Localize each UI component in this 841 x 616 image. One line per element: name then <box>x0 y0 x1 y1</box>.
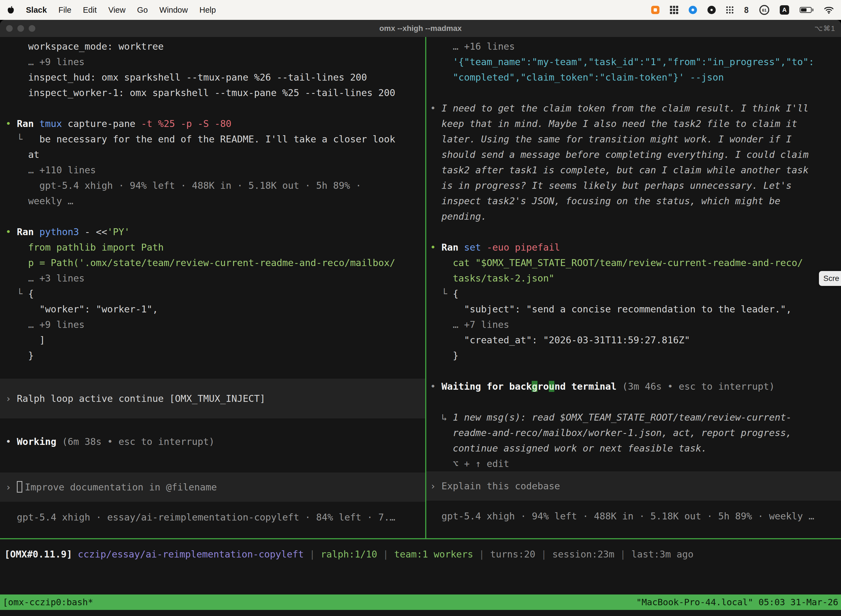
left-pane[interactable]: workspace_mode: worktree … +9 lines insp… <box>0 37 425 538</box>
terminal-line: cat "$OMX_TEAM_STATE_ROOT/team/review-cu… <box>430 255 841 270</box>
gripper-icon[interactable]: 8 <box>744 3 749 16</box>
terminal-text: Ran <box>17 226 40 238</box>
terminal-text: … +7 lines <box>430 319 509 330</box>
terminal-text: ] <box>6 334 45 346</box>
menu-bar-left: Slack File Edit View Go Window Help <box>7 3 216 16</box>
terminal-text: "subject": "send a concise recommendatio… <box>430 304 792 315</box>
terminal-text: Ran <box>441 242 464 253</box>
terminal-line: └ { <box>6 286 425 301</box>
terminal-line: ⌥ + ↑ edit <box>430 456 841 471</box>
close-button[interactable] <box>6 25 13 32</box>
terminal-text: [OMX#0.11.9] <box>4 549 78 560</box>
menu-item-help[interactable]: Help <box>199 6 216 15</box>
menu-item-edit[interactable]: Edit <box>83 6 97 15</box>
composer-input[interactable]: › Improve documentation in @filename <box>0 472 425 502</box>
terminal-text: inspect_hud: omx sparkshell --tmux-pane … <box>6 72 367 83</box>
terminal-text: └ <box>6 133 40 145</box>
pane-bottom-border <box>0 538 841 539</box>
terminal-line: inspect_hud: omx sparkshell --tmux-pane … <box>6 70 425 85</box>
terminal-line: inspect task2's JSON, focusing on the st… <box>430 193 841 209</box>
dots-grid-icon[interactable] <box>726 3 733 16</box>
apple-menu-icon[interactable] <box>7 3 14 16</box>
terminal-text: • <box>430 381 441 392</box>
terminal-text: ralph:1/10 <box>321 549 377 560</box>
terminal-line: inspect_worker-1: omx sparkshell --tmux-… <box>6 85 425 100</box>
dark-circle-icon[interactable] <box>708 3 716 16</box>
terminal-line: ↳ 1 new msg(s): read $OMX_TEAM_STATE_ROO… <box>430 409 841 425</box>
battery-icon[interactable] <box>800 3 813 16</box>
terminal-line: gpt-5.4 xhigh · essay/ai-reimplementatio… <box>6 509 425 525</box>
menu-item-file[interactable]: File <box>59 6 72 15</box>
terminal-text: gpt-5.4 xhigh · essay/ai-reimplementatio… <box>6 512 395 523</box>
terminal-text: nd terminal <box>554 381 617 392</box>
terminal-text: (3m 46s • esc to interrupt) <box>617 381 775 392</box>
terminal-line: continue assigned work or next feasible … <box>430 440 841 456</box>
terminal-text: Improve documentation in @filename <box>25 482 217 493</box>
minimize-button[interactable] <box>18 25 24 32</box>
window-title: omx --xhigh --madmax <box>379 24 462 33</box>
terminal-line: tasks/task-2.json" <box>430 270 841 286</box>
menu-item-window[interactable]: Window <box>160 6 188 15</box>
terminal-text: continue assigned work or next feasible … <box>430 443 707 454</box>
terminal-line <box>430 85 841 100</box>
terminal-text: | <box>377 549 394 560</box>
terminal-text: | <box>535 549 552 560</box>
terminal-text: u <box>549 381 554 392</box>
terminal-line <box>430 224 841 239</box>
right-pane[interactable]: … +16 lines '{"team_name":"my-team","tas… <box>426 37 841 538</box>
terminal-text: ⌥ + ↑ edit <box>430 458 509 469</box>
menu-app-name[interactable]: Slack <box>26 6 47 15</box>
terminal-text: later. Using the same for transition mig… <box>430 133 792 145</box>
terminal-line <box>6 209 425 224</box>
terminal-line <box>6 363 425 378</box>
terminal-text: › <box>6 393 17 404</box>
window-grid-icon[interactable] <box>670 3 678 16</box>
tmux-session-info: [omx-cczip0:bash* <box>3 597 93 607</box>
terminal-line: • Working (6m 38s • esc to interrupt) <box>6 434 425 449</box>
terminal-line: └ { <box>430 286 841 301</box>
zoom-button[interactable] <box>29 25 35 32</box>
menu-item-go[interactable]: Go <box>137 6 148 15</box>
terminal-text: cat "$OMX_TEAM_STATE_ROOT/team/review-cu… <box>430 257 803 268</box>
terminal-text: -euo pipefail <box>487 242 560 253</box>
terminal-text: { <box>28 288 34 299</box>
composer-input[interactable]: › Explain this codebase <box>426 471 841 501</box>
menu-bar: Slack File Edit View Go Window Help 8 61… <box>0 0 841 20</box>
terminal-text: Working <box>17 436 56 447</box>
terminal-text: should send a message before completing … <box>430 149 809 160</box>
terminal-text: } <box>6 350 34 361</box>
wifi-icon[interactable] <box>824 3 834 16</box>
terminal-text: capture-pane <box>67 118 141 129</box>
terminal-text: weekly … <box>6 195 73 207</box>
terminal-line: • Ran tmux capture-pane -t %25 -p -S -80 <box>6 116 425 131</box>
window-titlebar[interactable]: omx --xhigh --madmax ⌥⌘1 <box>0 20 841 37</box>
terminal-text: inspect_worker-1: omx sparkshell --tmux-… <box>6 87 395 98</box>
omx-status-line: [OMX#0.11.9] cczip/essay/ai-reimplementa… <box>4 546 841 562</box>
terminal-text: (6m 38s • esc to interrupt) <box>56 436 214 447</box>
terminal-text: '{"team_name":"my-team","task_id":"1","f… <box>430 56 814 67</box>
screen-recording-indicator-icon[interactable] <box>651 3 659 16</box>
terminal-line: readme-and-reco/mailbox/worker-1.json, a… <box>430 425 841 440</box>
terminal-text: Ran <box>17 118 40 129</box>
terminal-text: team:1 workers <box>394 549 473 560</box>
terminal-text: g <box>532 381 537 392</box>
terminal-text: ro <box>538 381 549 392</box>
menu-item-view[interactable]: View <box>108 6 126 15</box>
input-source-icon[interactable]: A <box>780 3 789 16</box>
terminal-line: "created_at": "2026-03-31T11:59:27.816Z" <box>430 332 841 348</box>
terminal-text: } <box>430 350 458 361</box>
queued-message: › Ralph loop active continue [OMX_TMUX_I… <box>0 378 425 418</box>
terminal-text: tmux <box>40 118 67 129</box>
terminal-text: be necessary for the end of the README. … <box>40 133 396 145</box>
terminal-text: gpt-5.4 xhigh · 94% left · 488K in · 5.1… <box>6 180 362 191</box>
blue-orb-icon[interactable] <box>689 3 697 16</box>
terminal-text: › <box>430 481 441 491</box>
terminal-line: "completed","claim_token":"claim-token"}… <box>430 70 841 85</box>
terminal-line: task2 after task1 is complete, but can I… <box>430 162 841 178</box>
terminal-line: • Waiting for background terminal (3m 46… <box>430 378 841 394</box>
terminal-text: … +3 lines <box>6 273 85 284</box>
battery-ring-icon[interactable]: 61 <box>759 3 769 16</box>
terminal-text: └ <box>6 288 28 299</box>
terminal-line: … +110 lines <box>6 162 425 178</box>
terminal-line: • Ran set -euo pipefail <box>430 239 841 255</box>
